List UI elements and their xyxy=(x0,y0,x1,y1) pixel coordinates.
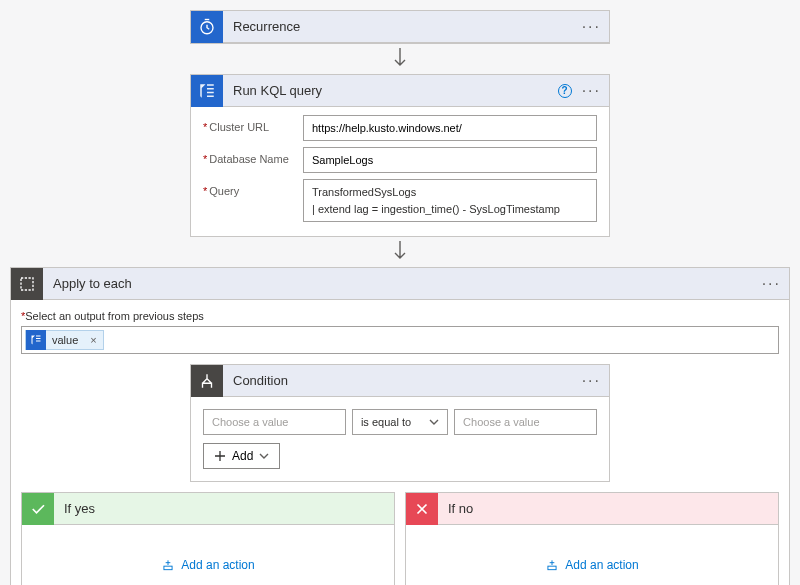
more-icon[interactable]: ··· xyxy=(582,377,601,385)
more-icon[interactable]: ··· xyxy=(582,23,601,31)
clock-icon xyxy=(191,11,223,43)
condition-card[interactable]: Condition ··· Choose a value is equal to… xyxy=(190,364,610,482)
if-no-branch: If no Add an action xyxy=(405,492,779,585)
chevron-down-icon xyxy=(429,417,439,427)
select-output-input[interactable]: value × xyxy=(21,326,779,354)
svg-rect-2 xyxy=(164,566,172,570)
kql-card[interactable]: Run KQL query ? ··· Cluster URL Database… xyxy=(190,74,610,237)
chevron-down-icon xyxy=(259,451,269,461)
more-icon[interactable]: ··· xyxy=(762,280,781,288)
recurrence-card[interactable]: Recurrence ··· xyxy=(190,10,610,44)
if-yes-branch: If yes Add an action xyxy=(21,492,395,585)
condition-operator-select[interactable]: is equal to xyxy=(352,409,448,435)
kql-title: Run KQL query xyxy=(223,83,558,98)
if-yes-title: If yes xyxy=(54,501,394,516)
value-pill[interactable]: value × xyxy=(25,330,104,350)
query-input[interactable]: TransformedSysLogs | extend lag = ingest… xyxy=(303,179,597,222)
connector-arrow xyxy=(190,241,610,263)
plus-icon xyxy=(214,450,226,462)
check-icon xyxy=(22,493,54,525)
cluster-url-input[interactable] xyxy=(303,115,597,141)
svg-rect-1 xyxy=(21,278,33,290)
condition-icon xyxy=(191,365,223,397)
loop-icon xyxy=(11,268,43,300)
kusto-icon xyxy=(26,330,46,350)
condition-right-input[interactable]: Choose a value xyxy=(454,409,597,435)
cluster-label: Cluster URL xyxy=(203,115,303,133)
kusto-icon xyxy=(191,75,223,107)
query-label: Query xyxy=(203,179,303,197)
condition-left-input[interactable]: Choose a value xyxy=(203,409,346,435)
db-label: Database Name xyxy=(203,147,303,165)
apply-title: Apply to each xyxy=(43,276,762,291)
add-condition-button[interactable]: Add xyxy=(203,443,280,469)
cross-icon xyxy=(406,493,438,525)
add-action-icon xyxy=(161,558,175,572)
info-icon[interactable]: ? xyxy=(558,84,572,98)
recurrence-title: Recurrence xyxy=(223,19,582,34)
add-action-link[interactable]: Add an action xyxy=(545,558,638,572)
add-action-link[interactable]: Add an action xyxy=(161,558,254,572)
condition-title: Condition xyxy=(223,373,582,388)
if-no-title: If no xyxy=(438,501,778,516)
svg-rect-3 xyxy=(548,566,556,570)
more-icon[interactable]: ··· xyxy=(582,87,601,95)
remove-pill-icon[interactable]: × xyxy=(84,334,102,346)
connector-arrow xyxy=(190,48,610,70)
database-name-input[interactable] xyxy=(303,147,597,173)
add-action-icon xyxy=(545,558,559,572)
apply-to-each-card[interactable]: Apply to each ··· Select an output from … xyxy=(10,267,790,585)
select-output-label: Select an output from previous steps xyxy=(21,310,779,322)
